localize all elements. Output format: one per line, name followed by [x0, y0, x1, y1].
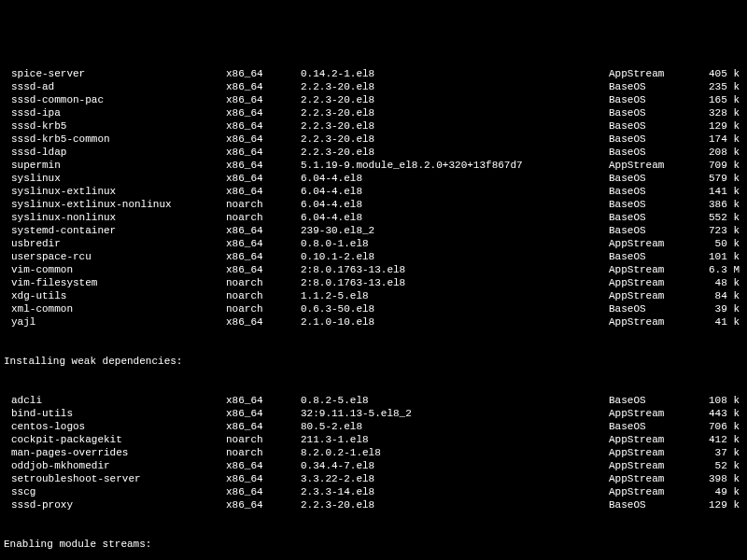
pkg-version: 0.14.2-1.el8	[301, 67, 609, 80]
pkg-version: 0.10.1-2.el8	[301, 250, 609, 263]
weak-deps-header: Installing weak dependencies:	[4, 355, 743, 368]
pkg-version: 3.3.22-2.el8	[301, 472, 609, 485]
pkg-arch: x86_64	[226, 407, 301, 420]
pkg-repo: BaseOS	[609, 198, 693, 211]
pkg-name: spice-server	[11, 67, 226, 80]
pkg-version: 0.34.4-7.el8	[301, 459, 609, 472]
pkg-arch: x86_64	[226, 485, 301, 498]
pkg-version: 0.8.2-5.el8	[301, 394, 609, 407]
pkg-name: syslinux-nonlinux	[11, 211, 226, 224]
pkg-name: sscg	[11, 485, 226, 498]
pkg-repo: BaseOS	[609, 185, 693, 198]
pkg-arch: x86_64	[226, 420, 301, 433]
pkg-arch: x86_64	[226, 224, 301, 237]
pkg-version: 2.2.3-20.el8	[301, 80, 609, 93]
pkg-size: 84 k	[693, 289, 740, 302]
pkg-version: 2.2.3-20.el8	[301, 133, 609, 146]
pkg-name: systemd-container	[11, 224, 226, 237]
pkg-version: 2:8.0.1763-13.el8	[301, 263, 609, 276]
pkg-name: sssd-proxy	[11, 498, 226, 511]
pkg-name: sssd-common-pac	[11, 93, 226, 106]
pkg-name: supermin	[11, 159, 226, 172]
pkg-name: man-pages-overrides	[11, 446, 226, 459]
pkg-size: 48 k	[693, 276, 740, 289]
pkg-arch: noarch	[226, 198, 301, 211]
pkg-size: 709 k	[693, 159, 740, 172]
pkg-version: 80.5-2.el8	[301, 420, 609, 433]
package-row: vim-filesystemnoarch2:8.0.1763-13.el8App…	[4, 276, 743, 289]
pkg-repo: BaseOS	[609, 224, 693, 237]
pkg-name: vim-filesystem	[11, 276, 226, 289]
package-row: sssd-krb5-commonx86_642.2.3-20.el8BaseOS…	[4, 133, 743, 146]
pkg-repo: BaseOS	[609, 250, 693, 263]
pkg-size: 174 k	[693, 133, 740, 146]
pkg-size: 50 k	[693, 237, 740, 250]
pkg-name: yajl	[11, 315, 226, 329]
pkg-name: syslinux	[11, 172, 226, 185]
pkg-version: 6.04-4.el8	[301, 198, 609, 211]
pkg-size: 328 k	[693, 106, 740, 119]
package-row: sssd-adx86_642.2.3-20.el8BaseOS235 k	[4, 80, 743, 93]
pkg-name: cockpit-packagekit	[11, 433, 226, 446]
pkg-repo: AppStream	[609, 315, 693, 329]
pkg-arch: x86_64	[226, 394, 301, 407]
package-row: syslinux-extlinux-nonlinuxnoarch6.04-4.e…	[4, 198, 743, 211]
pkg-arch: x86_64	[226, 93, 301, 106]
pkg-arch: x86_64	[226, 263, 301, 276]
package-row: syslinuxx86_646.04-4.el8BaseOS579 k	[4, 172, 743, 185]
module-streams-header: Enabling module streams:	[4, 538, 743, 551]
pkg-name: sssd-krb5	[11, 119, 226, 133]
pkg-repo: AppStream	[609, 459, 693, 472]
pkg-version: 5.1.19-9.module_el8.2.0+320+13f867d7	[301, 159, 609, 172]
pkg-arch: x86_64	[226, 133, 301, 146]
pkg-size: 6.3 M	[693, 263, 740, 276]
pkg-repo: BaseOS	[609, 133, 693, 146]
package-row: yajlx86_642.1.0-10.el8AppStream41 k	[4, 315, 743, 329]
pkg-size: 552 k	[693, 211, 740, 224]
pkg-name: vim-common	[11, 263, 226, 276]
pkg-version: 6.04-4.el8	[301, 211, 609, 224]
pkg-repo: AppStream	[609, 67, 693, 80]
pkg-name: syslinux-extlinux	[11, 185, 226, 198]
pkg-size: 41 k	[693, 315, 740, 329]
package-row: cockpit-packagekitnoarch211.3-1.el8AppSt…	[4, 433, 743, 446]
pkg-arch: noarch	[226, 302, 301, 315]
pkg-size: 443 k	[693, 407, 740, 420]
pkg-version: 2.2.3-20.el8	[301, 146, 609, 159]
pkg-arch: noarch	[226, 446, 301, 459]
pkg-repo: AppStream	[609, 276, 693, 289]
package-row: syslinux-nonlinuxnoarch6.04-4.el8BaseOS5…	[4, 211, 743, 224]
pkg-version: 2.3.3-14.el8	[301, 485, 609, 498]
pkg-size: 706 k	[693, 420, 740, 433]
pkg-version: 2.2.3-20.el8	[301, 106, 609, 119]
package-row: sssd-ldapx86_642.2.3-20.el8BaseOS208 k	[4, 146, 743, 159]
pkg-repo: BaseOS	[609, 394, 693, 407]
pkg-arch: noarch	[226, 289, 301, 302]
pkg-name: sssd-ldap	[11, 146, 226, 159]
pkg-arch: x86_64	[226, 80, 301, 93]
pkg-version: 2.2.3-20.el8	[301, 498, 609, 511]
package-row: sssd-ipax86_642.2.3-20.el8BaseOS328 k	[4, 106, 743, 119]
pkg-repo: BaseOS	[609, 172, 693, 185]
package-row: setroubleshoot-serverx86_643.3.22-2.el8A…	[4, 472, 743, 485]
pkg-name: sssd-ad	[11, 80, 226, 93]
pkg-repo: BaseOS	[609, 119, 693, 133]
pkg-repo: BaseOS	[609, 302, 693, 315]
package-row: syslinux-extlinuxx86_646.04-4.el8BaseOS1…	[4, 185, 743, 198]
pkg-name: centos-logos	[11, 420, 226, 433]
package-row: man-pages-overridesnoarch8.2.0.2-1.el8Ap…	[4, 446, 743, 459]
pkg-name: userspace-rcu	[11, 250, 226, 263]
package-row: sscgx86_642.3.3-14.el8AppStream49 k	[4, 485, 743, 498]
package-row: userspace-rcux86_640.10.1-2.el8BaseOS101…	[4, 250, 743, 263]
pkg-version: 0.8.0-1.el8	[301, 237, 609, 250]
pkg-arch: x86_64	[226, 459, 301, 472]
pkg-repo: AppStream	[609, 159, 693, 172]
package-row: vim-commonx86_642:8.0.1763-13.el8AppStre…	[4, 263, 743, 276]
pkg-version: 2.2.3-20.el8	[301, 93, 609, 106]
pkg-size: 235 k	[693, 80, 740, 93]
pkg-version: 1.1.2-5.el8	[301, 289, 609, 302]
pkg-size: 386 k	[693, 198, 740, 211]
pkg-size: 579 k	[693, 172, 740, 185]
pkg-name: adcli	[11, 394, 226, 407]
package-row: spice-serverx86_640.14.2-1.el8AppStream4…	[4, 67, 743, 80]
